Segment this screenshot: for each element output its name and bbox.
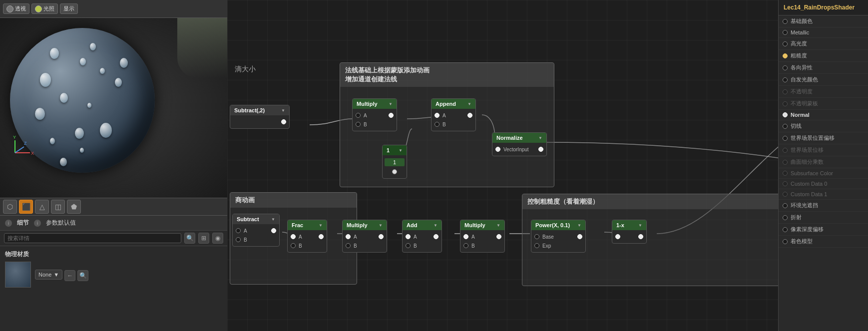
- view-mode-btn-1[interactable]: ⬡: [3, 200, 17, 214]
- pin-multiply3-inB[interactable]: [463, 243, 468, 248]
- pin-power1-exp[interactable]: [534, 243, 539, 248]
- material-back-btn[interactable]: ←: [64, 270, 75, 281]
- shader-pin-dot-18[interactable]: [783, 227, 788, 232]
- node-frac1[interactable]: Frac ▼ A B: [287, 220, 327, 253]
- display-btn[interactable]: 显示: [60, 3, 78, 14]
- view-mode-btn-5[interactable]: ⬟: [67, 200, 81, 214]
- pin-multiply3-out[interactable]: [496, 234, 501, 239]
- node-frac1-pinA: A: [288, 232, 327, 241]
- pin-add1-inB[interactable]: [406, 243, 411, 248]
- shader-pin-dot-13[interactable]: [783, 171, 788, 176]
- shader-pin-dot-14[interactable]: [783, 181, 788, 186]
- shader-pin-dot-9[interactable]: [783, 124, 788, 129]
- sphere-container: [5, 23, 175, 188]
- node-const1[interactable]: 1 ▼ 1: [382, 145, 407, 179]
- shader-pin-dot-17[interactable]: [783, 215, 788, 220]
- lighting-btn[interactable]: 光照: [31, 3, 58, 14]
- 3d-viewport[interactable]: X Y Z: [0, 18, 227, 198]
- node-normalize1[interactable]: Normalize ▼ VectorInput: [492, 132, 547, 156]
- shader-pin-dot-15[interactable]: [783, 192, 788, 197]
- pin-normalize1-in[interactable]: [495, 147, 500, 152]
- search-icon-btn[interactable]: 🔍: [184, 233, 195, 244]
- pin-multiply1-inA[interactable]: [356, 113, 361, 118]
- shader-pin-dot-5[interactable]: [783, 77, 788, 82]
- shader-pins-container: 基础颜色Metallic高光度粗糙度各向异性自发光颜色不透明度不透明蒙板Norm…: [779, 15, 868, 248]
- shader-pin-label-18: 像素深度偏移: [791, 226, 824, 233]
- shader-pin-dot-16[interactable]: [783, 203, 788, 208]
- pin-multiply2-inB[interactable]: [346, 243, 351, 248]
- pin-frac1-out[interactable]: [319, 234, 324, 239]
- grid-view-btn[interactable]: ⊞: [198, 233, 209, 244]
- pin-subtract1-out[interactable]: [281, 119, 286, 124]
- shader-pin-dot-6[interactable]: [783, 89, 788, 94]
- node-append1[interactable]: Append ▼ A B: [431, 98, 476, 131]
- node-const1-header: 1 ▼: [383, 145, 407, 155]
- material-search-btn[interactable]: 🔍: [77, 270, 88, 281]
- node-add1[interactable]: Add ▼ A B: [402, 220, 442, 253]
- shader-pin-label-7: 不透明蒙板: [791, 100, 818, 107]
- shader-pin-dot-2[interactable]: [783, 41, 788, 46]
- pin-multiply1-inB[interactable]: [356, 122, 361, 127]
- material-none-dropdown[interactable]: None ▼: [35, 270, 62, 280]
- shader-pin-dot-3[interactable]: [783, 53, 788, 58]
- node-editor[interactable]: 缩放一 法线基础上根据蒙版添加动画增加通道创建法线 商动画: [227, 0, 868, 331]
- pin-frac1-inA[interactable]: [291, 234, 296, 239]
- shader-pin-dot-19[interactable]: [783, 239, 788, 244]
- shader-pin-dot-0[interactable]: [783, 19, 788, 24]
- pin-subtract2-inA[interactable]: [236, 228, 241, 233]
- pin-append1-inB[interactable]: [434, 122, 439, 127]
- pin-power1-out[interactable]: [577, 234, 582, 239]
- shader-pin-dot-10[interactable]: [783, 136, 788, 141]
- pin-power1-base[interactable]: [534, 234, 539, 239]
- shader-pin-dot-8[interactable]: [783, 112, 788, 117]
- pin-subtract2-inB[interactable]: [236, 237, 241, 242]
- pin-oneminusx1-in[interactable]: [615, 234, 620, 239]
- shader-pin-dot-1[interactable]: [783, 30, 788, 35]
- node-subtract2-pinA: A: [233, 226, 279, 235]
- node-multiply2-header: Multiply ▼: [343, 220, 387, 230]
- pin-normalize1-out[interactable]: [538, 147, 543, 152]
- search-input[interactable]: [4, 233, 181, 243]
- node-power1-header: Power(X, 0.1) ▼: [531, 220, 585, 230]
- node-multiply1-header: Multiply ▼: [353, 99, 397, 109]
- shader-pin-row-3: 粗糙度: [779, 50, 868, 62]
- pin-multiply2-inA[interactable]: [346, 234, 351, 239]
- node-multiply1[interactable]: Multiply ▼ A B: [352, 98, 397, 131]
- pin-subtract2-out[interactable]: [271, 228, 276, 233]
- pin-multiply2-out[interactable]: [379, 234, 384, 239]
- shader-pin-dot-7[interactable]: [783, 101, 788, 106]
- pin-add1-out[interactable]: [434, 234, 438, 239]
- pin-frac1-inB[interactable]: [291, 243, 296, 248]
- pin-multiply3-inA[interactable]: [463, 234, 468, 239]
- shader-pin-label-0: 基础颜色: [791, 17, 813, 25]
- shader-pin-dot-4[interactable]: [783, 65, 788, 70]
- shader-pin-label-11: 世界场景位移: [791, 146, 824, 154]
- node-add1-pinA: A: [403, 232, 441, 241]
- view-mode-btn-3[interactable]: △: [35, 200, 49, 214]
- node-frac1-pinB: B: [288, 241, 327, 250]
- shader-pin-row-1: Metallic: [779, 27, 868, 38]
- view-mode-btn-4[interactable]: ◫: [51, 200, 65, 214]
- pin-append1-inA[interactable]: [434, 113, 439, 118]
- pin-append1-out[interactable]: [467, 113, 472, 118]
- shader-pin-dot-11[interactable]: [783, 148, 788, 153]
- node-oneminusx1[interactable]: 1-x ▼: [612, 220, 647, 244]
- node-subtract2[interactable]: Subtract ▼ A B: [232, 214, 280, 247]
- node-power1-exp: Exp: [531, 241, 585, 250]
- filter-btn[interactable]: ◉: [212, 233, 223, 244]
- perspective-btn[interactable]: 透视: [3, 3, 29, 14]
- material-thumb-preview: [5, 262, 30, 287]
- node-power1[interactable]: Power(X, 0.1) ▼ Base Exp: [531, 220, 586, 253]
- shader-pin-row-15: Custom Data 1: [779, 189, 868, 200]
- view-mode-btn-2[interactable]: ⬛: [19, 200, 33, 214]
- node-const1-body: 1: [383, 155, 407, 178]
- pin-const1-out[interactable]: [392, 169, 397, 174]
- node-subtract1[interactable]: Subtract(,2) ▼: [230, 105, 290, 129]
- pin-multiply1-outA[interactable]: [389, 113, 394, 118]
- node-subtract2-header: Subtract ▼: [233, 214, 279, 224]
- pin-oneminusx1-out[interactable]: [638, 234, 643, 239]
- shader-pin-dot-12[interactable]: [783, 160, 788, 165]
- node-multiply3[interactable]: Multiply ▼ A B: [460, 220, 505, 253]
- node-multiply2[interactable]: Multiply ▼ A B: [342, 220, 387, 253]
- pin-add1-inA[interactable]: [406, 234, 411, 239]
